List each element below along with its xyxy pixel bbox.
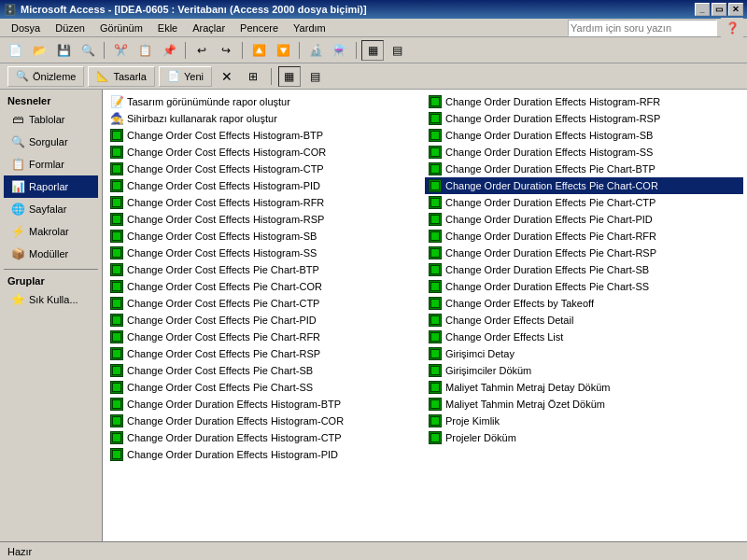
report-item[interactable]: Change Order Cost Effects Histogram-RSP — [106, 211, 425, 228]
sidebar-item-forms[interactable]: 📋 Formlar — [4, 153, 98, 175]
report-item[interactable]: Change Order Duration Effects Pie Chart-… — [425, 228, 743, 245]
report-item[interactable]: Change Order Duration Effects Histogram-… — [425, 110, 743, 127]
report-item[interactable]: Change Order Duration Effects Histogram-… — [106, 396, 425, 413]
report-item[interactable]: 📝Tasarım görünümünde rapor oluştur — [106, 93, 425, 110]
undo-btn[interactable]: ↩ — [190, 40, 213, 61]
report-item[interactable]: Girişimciler Döküm — [425, 362, 743, 379]
menu-gorunum[interactable]: Görünüm — [92, 21, 150, 35]
sidebar-item-favorites[interactable]: ⭐ Sık Kulla... — [4, 288, 98, 311]
report-item[interactable]: Maliyet Tahmin Metraj Özet Döküm — [425, 396, 743, 413]
report-item[interactable]: Change Order Effects List — [425, 329, 743, 345]
report-icon — [110, 314, 123, 327]
report-icon — [429, 95, 442, 108]
report-label: Girişimci Detay — [445, 348, 514, 359]
large-icons-btn[interactable]: ▦ — [278, 66, 301, 87]
report-item[interactable]: Change Order Cost Effects Histogram-BTP — [106, 127, 425, 144]
report-item[interactable]: Change Order Cost Effects Histogram-RFR — [106, 194, 425, 211]
report-item[interactable]: Change Order Duration Effects Histogram-… — [425, 144, 743, 161]
report-item[interactable]: Change Order Cost Effects Pie Chart-BTP — [106, 261, 425, 278]
design-button[interactable]: 📐 Tasarla — [88, 66, 154, 87]
save-btn[interactable]: 💾 — [52, 40, 75, 61]
open-btn[interactable]: 📂 — [28, 40, 50, 61]
report-item[interactable]: Change Order Cost Effects Pie Chart-RFR — [106, 329, 425, 345]
report-item[interactable]: Change Order Duration Effects Pie Chart-… — [425, 278, 743, 295]
help-input[interactable] — [568, 20, 717, 36]
groups-title: Gruplar — [4, 273, 98, 288]
report-icon — [110, 246, 123, 259]
search-btn[interactable]: 🔍 — [77, 40, 99, 61]
filter-btn[interactable]: 🔬 — [304, 40, 327, 61]
report-item[interactable]: Change Order Cost Effects Histogram-PID — [106, 177, 425, 194]
cut-btn[interactable]: ✂️ — [109, 40, 132, 61]
forms-icon: 📋 — [10, 157, 25, 172]
report-item[interactable]: Change Order Cost Effects Histogram-SS — [106, 245, 425, 261]
new-label: Yeni — [184, 71, 204, 82]
report-item[interactable]: Change Order Duration Effects Pie Chart-… — [425, 194, 743, 211]
report-item[interactable]: Girişimci Detay — [425, 345, 743, 362]
report-item[interactable]: Proje Kimlik — [425, 413, 743, 429]
sidebar-item-tables[interactable]: 🗃 Tablolar — [4, 108, 98, 131]
view1-btn[interactable]: ▦ — [361, 40, 384, 61]
report-item[interactable]: Change Order Cost Effects Pie Chart-SS — [106, 379, 425, 396]
report-item[interactable]: Change Order Effects by Takeoff — [425, 295, 743, 312]
menu-ekle[interactable]: Ekle — [150, 21, 185, 35]
report-item[interactable]: Change Order Duration Effects Histogram-… — [106, 446, 425, 463]
redo-btn[interactable]: ↪ — [215, 40, 237, 61]
report-item[interactable]: Change Order Duration Effects Pie Chart-… — [425, 245, 743, 261]
sidebar-item-queries[interactable]: 🔍 Sorgular — [4, 131, 98, 153]
report-icon — [110, 364, 123, 377]
apply-filter-btn[interactable]: ⚗️ — [329, 40, 351, 61]
menu-araclar[interactable]: Araçlar — [185, 21, 233, 35]
restore-button[interactable]: ▭ — [712, 3, 726, 16]
paste-btn[interactable]: 📌 — [158, 40, 180, 61]
report-item[interactable]: Change Order Duration Effects Histogram-… — [106, 429, 425, 446]
sidebar-item-macros[interactable]: ⚡ Makrolar — [4, 220, 98, 243]
sidebar-item-modules[interactable]: 📦 Modüller — [4, 243, 98, 265]
close-button[interactable]: ✕ — [728, 3, 743, 16]
menu-dosya[interactable]: Dosya — [4, 21, 48, 35]
delete-button[interactable]: ✕ — [216, 66, 238, 87]
sort-desc-btn[interactable]: 🔽 — [272, 40, 294, 61]
report-item[interactable]: Change Order Duration Effects Histogram-… — [425, 127, 743, 144]
view2-btn[interactable]: ▤ — [386, 40, 408, 61]
extra-btn1[interactable]: ⊞ — [242, 66, 264, 87]
sort-asc-btn[interactable]: 🔼 — [247, 40, 270, 61]
report-item[interactable]: Change Order Cost Effects Pie Chart-PID — [106, 312, 425, 329]
minimize-button[interactable]: _ — [695, 3, 710, 16]
report-icon — [429, 263, 442, 276]
modules-icon: 📦 — [10, 246, 25, 261]
report-item[interactable]: Maliyet Tahmin Metraj Detay Döküm — [425, 379, 743, 396]
report-item[interactable]: 🧙Sihirbazı kullanarak rapor oluştur — [106, 110, 425, 127]
report-item[interactable]: Change Order Duration Effects Pie Chart-… — [425, 211, 743, 228]
report-item[interactable]: Change Order Duration Effects Pie Chart-… — [425, 177, 743, 194]
report-label: Change Order Duration Effects Histogram-… — [127, 399, 341, 410]
report-item[interactable]: Change Order Duration Effects Pie Chart-… — [425, 261, 743, 278]
report-icon — [110, 347, 123, 360]
sidebar-item-reports[interactable]: 📊 Raporlar — [4, 175, 98, 198]
report-item[interactable]: Change Order Cost Effects Pie Chart-COR — [106, 278, 425, 295]
menu-yardim[interactable]: Yardım — [286, 21, 333, 35]
report-item[interactable]: Change Order Cost Effects Histogram-CTP — [106, 161, 425, 177]
report-item[interactable]: Change Order Duration Effects Histogram-… — [425, 93, 743, 110]
report-item[interactable]: Change Order Cost Effects Histogram-SB — [106, 228, 425, 245]
report-item[interactable]: Projeler Döküm — [425, 429, 743, 446]
new-btn[interactable]: 📄 — [4, 40, 26, 61]
report-item[interactable]: Change Order Cost Effects Pie Chart-SB — [106, 362, 425, 379]
report-item[interactable]: Change Order Cost Effects Pie Chart-CTP — [106, 295, 425, 312]
menu-pencere[interactable]: Pencere — [233, 21, 286, 35]
help-button[interactable]: ❓ — [721, 18, 743, 38]
report-label: Change Order Duration Effects Pie Chart-… — [445, 197, 655, 208]
report-item[interactable]: Change Order Cost Effects Pie Chart-RSP — [106, 345, 425, 362]
list-btn[interactable]: ▤ — [304, 66, 327, 87]
report-item[interactable]: Change Order Effects Detail — [425, 312, 743, 329]
report-icon — [429, 129, 442, 142]
report-item[interactable]: Change Order Duration Effects Histogram-… — [106, 413, 425, 429]
pages-icon: 🌐 — [10, 202, 25, 217]
new-button[interactable]: 📄 Yeni — [159, 66, 212, 87]
sidebar-item-pages[interactable]: 🌐 Sayfalar — [4, 198, 98, 220]
copy-btn[interactable]: 📋 — [134, 40, 156, 61]
menu-duzen[interactable]: Düzen — [48, 21, 92, 35]
report-item[interactable]: Change Order Duration Effects Pie Chart-… — [425, 161, 743, 177]
report-item[interactable]: Change Order Cost Effects Histogram-COR — [106, 144, 425, 161]
preview-button[interactable]: 🔍 Önizleme — [7, 66, 84, 87]
